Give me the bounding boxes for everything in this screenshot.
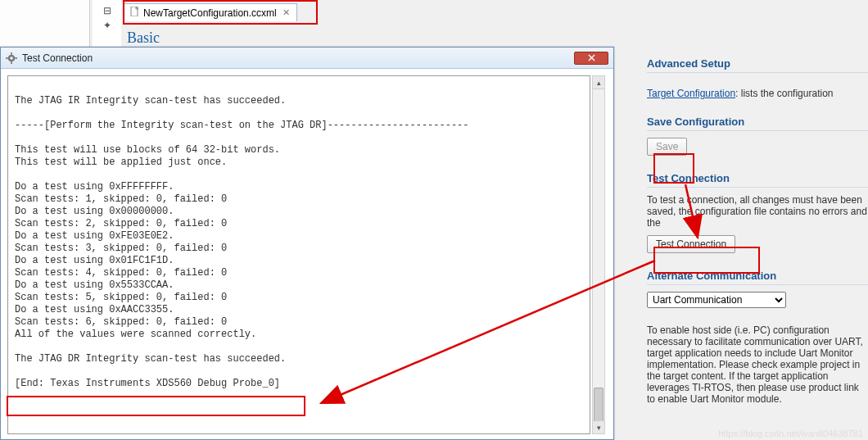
dialog-titlebar[interactable]: Test Connection bbox=[1, 48, 613, 69]
console-text: The JTAG IR Integrity scan-test has succ… bbox=[15, 83, 583, 390]
altcomm-description: To enable host side (i.e. PC) configurat… bbox=[647, 324, 868, 405]
test-connection-description: To test a connection, all changes must h… bbox=[647, 194, 868, 229]
scroll-down-arrow-icon[interactable]: ▾ bbox=[593, 420, 604, 433]
svg-rect-5 bbox=[6, 57, 8, 59]
communication-select[interactable]: Uart Communication bbox=[647, 292, 786, 308]
advanced-setup-section: Advanced Setup Target Configuration: lis… bbox=[647, 57, 868, 99]
dialog-title: Test Connection bbox=[22, 52, 569, 64]
target-configuration-suffix: : lists the configuration bbox=[735, 88, 833, 99]
corner-panel bbox=[0, 0, 90, 49]
console-output: The JTAG IR Integrity scan-test has succ… bbox=[7, 75, 590, 434]
editor-tab[interactable]: NewTargetConfiguration.ccxml ✕ bbox=[123, 3, 297, 21]
section-heading-save: Save Configuration bbox=[647, 116, 868, 131]
tool-icon[interactable]: ✦ bbox=[103, 20, 111, 31]
section-heading-altcomm: Alternate Communication bbox=[647, 270, 868, 285]
close-icon[interactable]: ✕ bbox=[283, 7, 290, 18]
section-heading-advanced: Advanced Setup bbox=[647, 57, 868, 73]
svg-point-2 bbox=[10, 57, 13, 60]
editor-section-title: Basic bbox=[127, 29, 160, 47]
scroll-up-arrow-icon[interactable]: ▴ bbox=[593, 76, 604, 89]
gear-icon bbox=[6, 52, 17, 64]
save-button[interactable]: Save bbox=[647, 138, 687, 156]
file-icon bbox=[130, 7, 140, 19]
svg-rect-6 bbox=[15, 57, 17, 59]
dialog-close-button[interactable] bbox=[574, 52, 608, 65]
watermark: https://blog.csdn.net/ivan804638781 bbox=[718, 429, 863, 438]
alternate-communication-section: Alternate Communication Uart Communicati… bbox=[647, 270, 868, 405]
tool-icon[interactable]: ⊟ bbox=[103, 5, 111, 16]
section-heading-test: Test Connection bbox=[647, 172, 868, 188]
test-connection-dialog: Test Connection The JTAG IR Integrity sc… bbox=[0, 47, 614, 440]
test-connection-button[interactable]: Test Connection bbox=[647, 235, 735, 253]
tab-filename: NewTargetConfiguration.ccxml bbox=[143, 7, 277, 19]
scrollbar[interactable]: ▴ ▾ bbox=[592, 75, 605, 434]
svg-rect-3 bbox=[11, 52, 12, 55]
target-configuration-link[interactable]: Target Configuration bbox=[647, 88, 735, 99]
save-configuration-section: Save Configuration Save bbox=[647, 116, 868, 156]
svg-rect-4 bbox=[11, 61, 12, 64]
test-connection-section: Test Connection To test a connection, al… bbox=[647, 172, 868, 253]
sidebar-mini-toolbar: ⊟ ✦ bbox=[93, 0, 121, 49]
